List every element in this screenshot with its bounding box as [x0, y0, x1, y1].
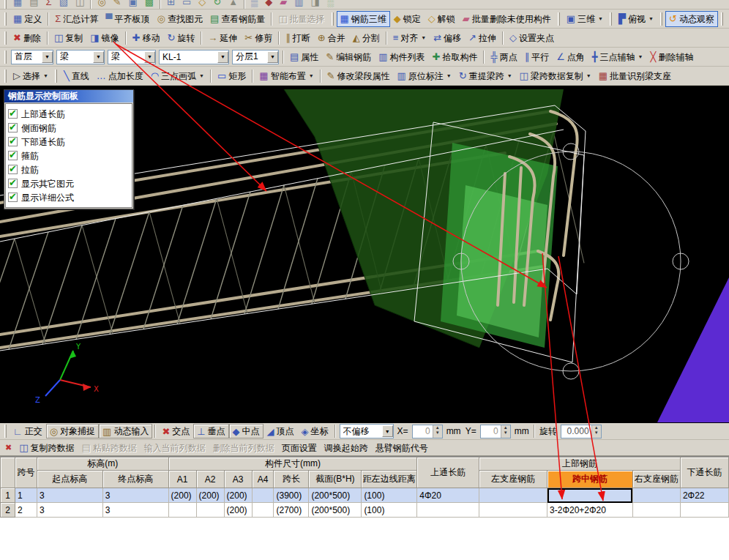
top-toolbar-button-15[interactable]: ▒ — [247, 0, 261, 10]
top-toolbar-button-12[interactable]: ◇ — [195, 0, 209, 10]
rebar-3d-button[interactable]: ▦钢筋三维 — [337, 11, 390, 27]
table-cell[interactable] — [479, 488, 547, 503]
input-current-column-button[interactable]: 输入当前列数据 — [141, 440, 209, 456]
toolbar-drag-handle[interactable] — [4, 51, 7, 64]
x-input[interactable]: 0▲▼ — [412, 425, 443, 438]
toolbar-drag-handle[interactable] — [660, 12, 662, 26]
top-toolbar-button-19[interactable]: ◨ — [307, 0, 324, 10]
table-cell[interactable]: 1 — [15, 488, 37, 503]
view-3d-button[interactable]: ▣三维▼ — [563, 11, 607, 27]
chevron-down-icon[interactable]: ▼ — [144, 51, 155, 63]
cantilever-rebar-code-button[interactable]: 悬臂钢筋代号 — [372, 440, 432, 456]
object-snap-button[interactable]: ◎对象捕捉 — [46, 424, 99, 438]
ortho-button[interactable]: ∟正交 — [10, 423, 46, 439]
extend-button[interactable]: →延伸 — [204, 30, 241, 46]
top-toolbar-button-5[interactable]: ◫ — [72, 0, 88, 10]
table-cell[interactable]: (200) — [224, 503, 252, 518]
pick-component-button[interactable]: ✚拾取构件 — [429, 49, 482, 65]
column-header[interactable]: 截面(B*H) — [309, 471, 362, 488]
toolbar-drag-handle[interactable] — [332, 12, 334, 26]
align-slab-top-button[interactable]: ▀平齐板顶 — [102, 11, 153, 27]
column-header[interactable]: 终点标高 — [102, 471, 168, 488]
table-cell[interactable]: (200*500) — [309, 488, 362, 503]
two-point-axis-button[interactable]: ╬两点 — [487, 49, 520, 65]
column-header[interactable]: A3 — [224, 471, 252, 488]
table-cell[interactable]: (100) — [362, 488, 417, 503]
row-number[interactable]: 1 — [1, 488, 15, 503]
top-toolbar-button-11[interactable]: ▭ — [179, 0, 195, 10]
vertex-snap-button[interactable]: ◢顶点 — [263, 423, 298, 439]
toolbar-drag-handle[interactable] — [4, 425, 7, 438]
table-cell[interactable] — [632, 503, 680, 518]
toolbar-drag-handle[interactable] — [721, 12, 723, 26]
spinner-arrows-icon[interactable]: ▲▼ — [501, 425, 510, 438]
display-option-3[interactable]: ✔下部通长筋 — [8, 135, 130, 149]
table-cell[interactable]: (2700) — [274, 503, 309, 518]
display-option-5[interactable]: ✔拉筋 — [8, 163, 130, 176]
copy-button[interactable]: ◫复制 — [51, 30, 86, 46]
smart-layout-button[interactable]: ▦智能布置▼ — [255, 68, 317, 84]
panel-title-bar[interactable]: 钢筋显示控制面板 — [4, 90, 133, 102]
delete-aux-axis-button[interactable]: ╳删除辅轴 — [647, 49, 698, 65]
toolbar-drag-handle[interactable] — [4, 0, 7, 10]
group-header[interactable]: 跨号 — [15, 458, 37, 488]
span-data-table[interactable]: 跨号标高(m)构件尺寸(mm)上通长筋上部钢筋下通长筋起点标高终点标高A1A2A… — [0, 457, 729, 518]
break-button[interactable]: ∥打断 — [282, 30, 314, 46]
checkbox-checked-icon[interactable]: ✔ — [8, 123, 18, 132]
row-number[interactable]: 2 — [1, 503, 15, 518]
table-cell[interactable] — [632, 488, 680, 503]
category-select[interactable]: 梁▼ — [56, 50, 105, 64]
column-header[interactable]: A4 — [252, 471, 274, 488]
table-cell[interactable] — [680, 503, 728, 518]
top-toolbar-button-16[interactable]: ◆ — [261, 0, 276, 10]
group-header[interactable]: 上部钢筋 — [479, 458, 681, 471]
group-header[interactable]: 下通长筋 — [680, 458, 728, 488]
column-header[interactable]: 距左边线距离 — [362, 471, 417, 488]
table-cell[interactable] — [479, 503, 547, 518]
point-plus-length-button[interactable]: …点加长度 — [93, 68, 147, 84]
re-extract-beam-span-button[interactable]: ↻重提梁跨▼ — [455, 68, 516, 84]
column-header[interactable]: A1 — [168, 471, 196, 488]
spinner-arrows-icon[interactable]: ▲▼ — [591, 425, 601, 438]
coordinate-snap-button[interactable]: ◈坐标 — [298, 423, 332, 439]
table-cell[interactable]: (100) — [362, 503, 417, 518]
delete-current-column-button[interactable]: 删除当前列数据 — [209, 440, 278, 456]
offset-button[interactable]: ⇄偏移 — [430, 30, 465, 46]
summary-calc-button[interactable]: Σ汇总计算 — [51, 11, 102, 27]
top-toolbar-button-20[interactable]: ░ — [324, 0, 337, 10]
table-cell[interactable]: (200) — [168, 488, 196, 503]
three-point-arc-button[interactable]: ◠三点画弧▼ — [147, 68, 208, 84]
table-cell[interactable]: 3 — [37, 503, 102, 518]
toolbar-drag-handle[interactable] — [4, 70, 7, 83]
swap-start-span-button[interactable]: 调换起始跨 — [321, 440, 372, 456]
offset-mode-select[interactable]: 不偏移▼ — [340, 424, 394, 438]
checkbox-checked-icon[interactable]: ✔ — [8, 151, 18, 160]
table-cell[interactable] — [417, 503, 479, 518]
group-header[interactable]: 标高(m) — [37, 458, 168, 471]
table-cell[interactable]: (200) — [196, 488, 224, 503]
display-option-6[interactable]: ✔显示其它图元 — [8, 176, 130, 190]
element-select[interactable]: KL-1▼ — [159, 50, 229, 64]
checkbox-checked-icon[interactable]: ✔ — [8, 137, 18, 146]
rotation-input[interactable]: 0.000▲▼ — [561, 425, 602, 438]
3d-viewport[interactable]: Y X Z 钢筋显示控制面板 ✔上部通长筋✔侧面钢筋✔下部通长筋✔箍筋✔拉筋✔显… — [0, 86, 729, 423]
top-toolbar-button-17[interactable]: ▰ — [276, 0, 291, 10]
split-button[interactable]: ◭分割 — [349, 30, 384, 46]
align-button[interactable]: ≡对齐▼ — [389, 30, 430, 46]
toolbar-drag-handle[interactable] — [610, 12, 612, 26]
table-cell[interactable]: 3 — [102, 488, 168, 503]
table-cell[interactable]: (200) — [224, 488, 252, 503]
top-toolbar-button-13[interactable]: ↻ — [209, 0, 225, 10]
table-cell[interactable]: 2 — [15, 503, 37, 518]
table-cell[interactable] — [168, 503, 196, 518]
checkbox-checked-icon[interactable]: ✔ — [8, 109, 18, 119]
mirror-button[interactable]: ◨镜像 — [86, 30, 122, 46]
top-toolbar-button-1[interactable]: ▦ — [10, 0, 26, 10]
intersection-snap-button[interactable]: ✖交点 — [158, 423, 193, 439]
midpoint-snap-button[interactable]: ◆中点 — [229, 424, 263, 438]
top-toolbar-button-9[interactable]: ▩ — [141, 0, 157, 10]
selected-cell[interactable] — [547, 488, 633, 503]
batch-identify-support-button[interactable]: ▦批量识别梁支座 — [595, 68, 675, 84]
span-data-copy-button[interactable]: ◫梁跨数据复制▼ — [516, 68, 595, 84]
batch-select-button[interactable]: ◫批量选择 — [274, 11, 328, 27]
